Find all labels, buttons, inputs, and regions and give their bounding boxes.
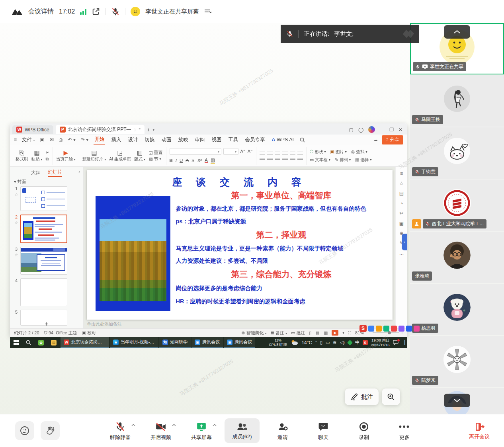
participant-tile-partial[interactable] xyxy=(410,388,504,414)
menu-tab-insert[interactable]: 插入 xyxy=(110,135,122,145)
participant-tile[interactable]: 马院王换 xyxy=(410,75,504,127)
shadow-button[interactable]: S xyxy=(191,158,195,163)
menu-tab-transition[interactable]: 切换 xyxy=(144,135,155,145)
menu-tab-tools[interactable]: 工具 xyxy=(227,135,239,145)
arrange-button[interactable]: ✎排列▾ xyxy=(335,157,351,163)
textbox-button[interactable]: ▭文本框▾ xyxy=(310,157,330,163)
sogou-icon[interactable]: S xyxy=(359,325,367,332)
play-from-current-button[interactable]: ▶当页开始▾ xyxy=(56,150,76,162)
paragraph-alignment-group[interactable] xyxy=(260,152,303,160)
leave-meeting-button[interactable]: 离开会议 xyxy=(469,422,490,440)
chat-button[interactable]: 聊天 xyxy=(306,421,341,441)
ime-icon[interactable] xyxy=(383,326,389,332)
taskbar-app-cnki[interactable]: 知 知网研学 xyxy=(159,337,191,348)
select-button[interactable]: ▦选择▾ xyxy=(355,157,371,163)
ime-icon[interactable] xyxy=(368,326,374,332)
outline-tab[interactable]: 大纲 xyxy=(31,170,41,176)
slide-thumbnail-1[interactable]: 1☆ xyxy=(12,186,83,211)
strikethrough-button[interactable]: A xyxy=(186,158,189,163)
increase-font-icon[interactable]: A⁺ xyxy=(240,149,246,154)
notes-placeholder[interactable]: 单击此处添加备注 xyxy=(87,321,122,327)
ime-mode[interactable]: 中 xyxy=(355,340,359,345)
app-icon-green[interactable]: ✿ xyxy=(35,337,47,348)
font-size-select[interactable]: ▾ xyxy=(223,148,238,155)
decrease-font-icon[interactable]: A⁻ xyxy=(248,149,253,154)
annotate-button[interactable]: 批注 xyxy=(345,388,379,405)
participant-tile[interactable]: 于钧意 xyxy=(410,127,504,179)
restore-button[interactable]: ❐ xyxy=(389,127,394,133)
play-options-dropdown[interactable]: ▾ xyxy=(342,331,344,335)
menu-tab-home[interactable]: 开始 xyxy=(94,135,105,145)
globe-icon[interactable]: ◯ xyxy=(358,127,363,133)
ai-generate-page-button[interactable]: ◲AI 生成单页 xyxy=(109,150,131,162)
expand-panel-tab[interactable]: › xyxy=(402,234,407,250)
notification-center-icon[interactable] xyxy=(393,340,399,345)
participant-tile-host[interactable]: 西北工业大学马院学工... xyxy=(410,180,504,231)
participant-tile[interactable]: 张雅琦 xyxy=(410,232,504,283)
temperature[interactable]: 14°C xyxy=(301,340,312,345)
meeting-details-link[interactable]: 会议详情 xyxy=(28,8,54,16)
battery-icon[interactable]: ▭ xyxy=(326,340,330,345)
file-explorer-icon[interactable]: ▤ xyxy=(47,337,60,348)
menu-tab-wps-ai[interactable]: A WPS AI xyxy=(271,135,295,144)
slide-thumbnail-2-selected[interactable]: 2☆ xyxy=(12,215,83,243)
highlight-color-button[interactable]: ▨ xyxy=(211,157,215,164)
comment-button[interactable]: ▭ 批注 xyxy=(291,330,305,336)
slideshow-play-button[interactable]: ▶ xyxy=(332,330,338,336)
participant-tile[interactable]: 杨思羽 xyxy=(410,284,504,335)
menu-tab-animation[interactable]: 动画 xyxy=(160,135,172,145)
layout-icon[interactable]: ▤ xyxy=(399,191,404,196)
raise-hand-button[interactable] xyxy=(41,421,60,440)
bold-button[interactable]: B xyxy=(170,158,173,163)
wps-home-tab[interactable]: W WPS Office xyxy=(12,125,53,134)
underline-button[interactable]: U xyxy=(180,158,183,163)
menu-search-icon[interactable] xyxy=(300,137,305,142)
account-avatar[interactable] xyxy=(368,126,375,133)
taskbar-app-meeting-1[interactable]: ▣ 腾讯会议 xyxy=(191,337,223,348)
menu-file[interactable]: 文件 ▾ xyxy=(22,137,35,143)
format-painter-button[interactable]: ⎘格式刷 xyxy=(16,150,28,162)
star-icon[interactable]: ☆ xyxy=(15,221,18,225)
more-tools-icon[interactable]: … xyxy=(399,250,404,256)
magnify-button[interactable] xyxy=(382,388,400,405)
cloud-upload-icon[interactable]: ☁ xyxy=(373,137,378,142)
star-icon[interactable]: ☆ xyxy=(15,253,18,257)
sort-layout-icon[interactable] xyxy=(204,9,211,14)
video-options-chevron[interactable] xyxy=(172,424,176,426)
ime-icon[interactable] xyxy=(414,326,420,332)
save-icon[interactable]: ▣ xyxy=(40,137,45,142)
fit-screen-icon[interactable]: ⛶ xyxy=(348,330,351,336)
copy-icon[interactable]: ⧉ xyxy=(46,157,49,161)
print-icon[interactable]: ⎙ xyxy=(59,137,63,142)
menu-tab-member[interactable]: 会员专享 xyxy=(244,135,266,145)
reset-button[interactable]: ◱重置 xyxy=(148,150,162,155)
add-slide-button[interactable]: + xyxy=(10,320,83,328)
font-color-button[interactable]: A xyxy=(205,158,208,163)
tray-expand-icon[interactable]: ˆ xyxy=(315,340,317,345)
notes-button[interactable]: ≣ 备注 ▾ xyxy=(271,330,287,336)
cpu-meter[interactable]: 11%CPU利用率 xyxy=(269,338,287,347)
ime-icon[interactable] xyxy=(391,326,397,332)
wps-share-button[interactable]: ⤴分享 xyxy=(382,135,403,144)
record-button[interactable]: 录制 xyxy=(346,421,381,441)
section-header[interactable]: ▾ 封面 xyxy=(10,178,83,186)
taskbar-app-meeting-2[interactable]: ▣ 腾讯会议 xyxy=(224,337,255,348)
document-tab[interactable]: P 北京访企拓岗经验交流 PPT— ◌ * xyxy=(56,125,145,134)
view-grid-icon[interactable]: ▦ xyxy=(316,330,320,336)
antivirus-icon[interactable] xyxy=(347,340,353,345)
find-button[interactable]: ◎查找▾ xyxy=(351,149,367,155)
italic-button[interactable]: I xyxy=(176,158,177,163)
share-screen-button[interactable]: 共享屏幕 xyxy=(184,421,219,441)
unmute-button[interactable]: 解除静音 xyxy=(103,421,138,441)
cut-icon[interactable]: ✂ xyxy=(46,150,49,155)
ime-toolbar[interactable]: S xyxy=(359,325,420,332)
menu-tab-design[interactable]: 设计 xyxy=(127,135,139,145)
history-icon[interactable]: ◔ xyxy=(400,201,403,206)
undo-icon[interactable]: ↶ ▾ xyxy=(68,137,76,142)
taskbar-app-wps[interactable]: W 北京访企拓岗经验交... xyxy=(61,337,109,348)
ime-icon[interactable] xyxy=(399,326,404,332)
font-family-select[interactable]: ▾ xyxy=(170,148,221,155)
menu-tab-review[interactable]: 审阅 xyxy=(194,135,205,145)
start-video-button[interactable]: 开启视频 xyxy=(143,421,178,441)
share-window-icon[interactable] xyxy=(92,7,100,16)
